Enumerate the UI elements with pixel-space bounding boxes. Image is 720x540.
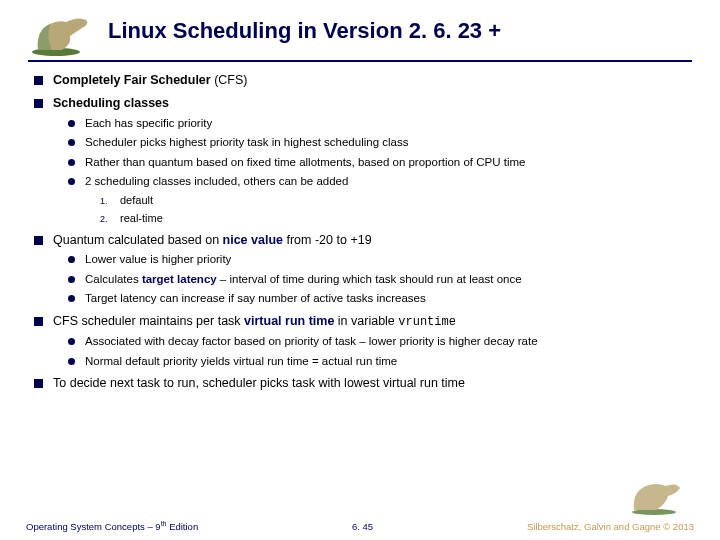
square-bullet-icon	[34, 317, 43, 326]
sub-bullet: Normal default priority yields virtual r…	[68, 354, 692, 370]
dot-bullet-icon	[68, 139, 75, 146]
sub-bullet: Rather than quantum based on fixed time …	[68, 155, 692, 171]
sub-bullet: Target latency can increase if say numbe…	[68, 291, 692, 307]
bullet-decide-next: To decide next task to run, scheduler pi…	[34, 375, 692, 392]
title-divider	[28, 60, 692, 62]
dinosaur-left-image	[28, 10, 100, 58]
dinosaur-right-image	[626, 476, 688, 516]
footer-book-title: Operating System Concepts – 9th Edition	[26, 520, 198, 532]
dot-bullet-icon	[68, 276, 75, 283]
dot-bullet-icon	[68, 256, 75, 263]
bullet-sched-classes: Scheduling classes	[34, 95, 692, 112]
footer-page-number: 6. 45	[352, 521, 373, 532]
slide-footer: Operating System Concepts – 9th Edition …	[0, 520, 720, 532]
dot-bullet-icon	[68, 178, 75, 185]
dot-bullet-icon	[68, 358, 75, 365]
square-bullet-icon	[34, 99, 43, 108]
bullet-vruntime: CFS scheduler maintains per task virtual…	[34, 313, 692, 330]
sub-bullet: 2 scheduling classes included, others ca…	[68, 174, 692, 190]
numbered-item: 2.real-time	[100, 211, 692, 226]
sub-bullet: Calculates target latency – interval of …	[68, 272, 692, 288]
square-bullet-icon	[34, 76, 43, 85]
slide-title: Linux Scheduling in Version 2. 6. 23 +	[104, 10, 692, 44]
footer-copyright: Silberschatz, Galvin and Gagne © 2013	[527, 521, 694, 532]
dot-bullet-icon	[68, 159, 75, 166]
sub-bullet: Scheduler picks highest priority task in…	[68, 135, 692, 151]
dot-bullet-icon	[68, 295, 75, 302]
dot-bullet-icon	[68, 120, 75, 127]
square-bullet-icon	[34, 236, 43, 245]
slide-body: Completely Fair Scheduler (CFS) Scheduli…	[28, 72, 692, 392]
sub-bullet: Associated with decay factor based on pr…	[68, 334, 692, 350]
sub-bullet: Lower value is higher priority	[68, 252, 692, 268]
dot-bullet-icon	[68, 338, 75, 345]
bullet-nice-value: Quantum calculated based on nice value f…	[34, 232, 692, 249]
sub-bullet: Each has specific priority	[68, 116, 692, 132]
square-bullet-icon	[34, 379, 43, 388]
numbered-item: 1.default	[100, 193, 692, 208]
bullet-cfs: Completely Fair Scheduler (CFS)	[34, 72, 692, 89]
